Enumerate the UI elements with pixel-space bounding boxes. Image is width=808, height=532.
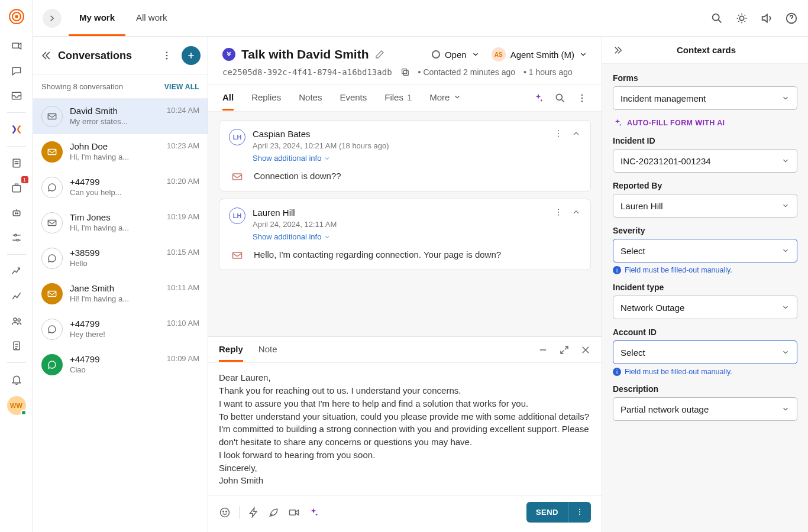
incident-id-select[interactable]: INC-20231201-001234: [613, 149, 797, 173]
reported-by-select[interactable]: Lauren Hill: [613, 194, 797, 218]
context-panel: Context cards Forms Incident management …: [602, 37, 808, 532]
rail-forms-icon[interactable]: [6, 153, 27, 174]
reply-textarea[interactable]: Dear Lauren, Thank you for reaching out …: [208, 363, 602, 495]
severity-select[interactable]: Select: [613, 239, 797, 262]
svg-point-17: [166, 51, 168, 53]
tab-all[interactable]: All: [222, 86, 234, 111]
incident-type-label: Incident type: [613, 283, 797, 292]
account-id-select[interactable]: Select: [613, 340, 797, 364]
collapse-panel-icon[interactable]: [40, 50, 52, 61]
svg-point-39: [223, 511, 224, 512]
ai-sparkle-icon[interactable]: [533, 93, 544, 103]
rail-settings-icon[interactable]: [6, 227, 27, 248]
rail-x-icon[interactable]: [6, 119, 27, 140]
show-additional-link[interactable]: Show additional info: [253, 154, 547, 163]
tab-files[interactable]: Files1: [384, 86, 412, 111]
rail-user-avatar[interactable]: WW: [7, 396, 26, 415]
minimize-reply-icon[interactable]: [538, 345, 548, 355]
rail-inbox-icon[interactable]: [6, 85, 27, 106]
conversation-preview: Hello: [70, 259, 160, 268]
channel-icon: [41, 248, 63, 269]
description-select[interactable]: Partial network outage: [613, 397, 797, 421]
quick-action-icon[interactable]: [248, 507, 260, 518]
back-button[interactable]: [43, 9, 62, 28]
collapse-message-icon[interactable]: [571, 129, 581, 138]
tab-notes[interactable]: Notes: [299, 86, 322, 111]
message-menu-icon[interactable]: [554, 129, 563, 138]
svg-rect-20: [48, 114, 56, 119]
tab-all-work[interactable]: All work: [125, 0, 178, 36]
autofill-ai-button[interactable]: AUTO-FILL FORM WITH AI: [613, 118, 797, 128]
assignee-dropdown[interactable]: AS Agent Smith (M): [492, 47, 587, 61]
conversations-menu-icon[interactable]: [161, 50, 176, 61]
conversation-item[interactable]: +44799Can you help...10:20 AM: [33, 170, 208, 205]
message-menu-icon[interactable]: [554, 207, 563, 217]
conversation-item[interactable]: +38599Hello10:15 AM: [33, 241, 208, 276]
svg-rect-41: [290, 510, 296, 514]
add-conversation-button[interactable]: [182, 46, 201, 65]
account-id-note: iField must be filled-out manually.: [613, 368, 797, 376]
reply-tab[interactable]: Reply: [219, 338, 243, 362]
conversation-item[interactable]: +44799Ciao10:09 AM: [33, 347, 208, 382]
status-dropdown[interactable]: Open: [432, 50, 480, 60]
conversation-title: Talk with David Smith: [241, 47, 369, 61]
rail-analytics-icon[interactable]: [6, 261, 27, 282]
more-menu-icon[interactable]: [577, 93, 587, 103]
presence-dot: [21, 410, 27, 416]
rocket-icon[interactable]: [268, 507, 280, 518]
rail-package-icon[interactable]: 1: [6, 177, 27, 199]
copy-guid-icon[interactable]: [400, 67, 410, 77]
conversation-item[interactable]: +44799Hey there!10:10 AM: [33, 312, 208, 347]
expand-reply-icon[interactable]: [559, 345, 570, 355]
rail-chat-icon[interactable]: [6, 60, 27, 82]
search-icon[interactable]: [710, 11, 724, 25]
expand-context-icon[interactable]: [613, 45, 623, 56]
app-logo[interactable]: [6, 6, 27, 27]
conversation-preview: Ciao: [70, 365, 160, 374]
svg-rect-6: [13, 211, 20, 216]
tab-my-work[interactable]: My work: [69, 0, 125, 36]
assignee-avatar: AS: [492, 47, 506, 61]
rail-doc-icon[interactable]: [6, 335, 27, 356]
conversation-time: 10:09 AM: [167, 354, 199, 375]
svg-point-11: [14, 318, 17, 321]
rail-people-icon[interactable]: [6, 310, 27, 332]
forms-select[interactable]: Incident management: [613, 86, 797, 110]
edit-title-icon[interactable]: [374, 49, 385, 60]
theme-icon[interactable]: [735, 11, 749, 25]
view-all-link[interactable]: VIEW ALL: [164, 83, 199, 91]
collapse-message-icon[interactable]: [571, 207, 581, 217]
conversation-item[interactable]: Jane SmithHi! I'm having a...10:11 AM: [33, 276, 208, 312]
show-additional-link[interactable]: Show additional info: [253, 232, 547, 241]
rail-bot-icon[interactable]: [6, 202, 27, 223]
conversations-panel: Conversations Showing 8 conversation VIE…: [33, 37, 208, 532]
rail-trend-icon[interactable]: [6, 286, 27, 307]
conversation-item[interactable]: John DoeHi, I'm having a...10:23 AM: [33, 134, 208, 170]
tab-replies[interactable]: Replies: [251, 86, 281, 111]
sound-icon[interactable]: [759, 11, 774, 25]
tab-events[interactable]: Events: [340, 86, 367, 111]
close-reply-icon[interactable]: [580, 345, 591, 355]
video-icon[interactable]: [288, 507, 300, 518]
svg-point-38: [221, 508, 230, 517]
conversation-item[interactable]: Tim JonesHi, I'm having a...10:19 AM: [33, 205, 208, 241]
channel-icon: [41, 177, 63, 198]
emoji-icon[interactable]: [219, 507, 231, 518]
ai-assist-icon[interactable]: [308, 507, 319, 518]
incident-type-select[interactable]: Network Outage: [613, 296, 797, 319]
help-icon[interactable]: [784, 11, 799, 25]
rail-outbound-icon[interactable]: [6, 35, 27, 57]
conversation-time: 10:11 AM: [167, 283, 199, 304]
send-button[interactable]: SEND: [526, 502, 568, 523]
message-avatar: LH: [229, 129, 245, 145]
search-messages-icon[interactable]: [554, 92, 566, 104]
tab-more[interactable]: More: [429, 86, 461, 111]
conversation-item[interactable]: David SmithMy error states...10:24 AM: [33, 99, 208, 134]
svg-point-10: [17, 239, 18, 241]
send-more-button[interactable]: [568, 502, 591, 523]
conversation-view: Talk with David Smith Open AS Ag: [208, 37, 602, 532]
rail-bell-icon[interactable]: [6, 369, 27, 390]
conversations-title: Conversations: [58, 50, 156, 62]
note-tab[interactable]: Note: [258, 338, 277, 362]
svg-rect-24: [403, 70, 408, 75]
